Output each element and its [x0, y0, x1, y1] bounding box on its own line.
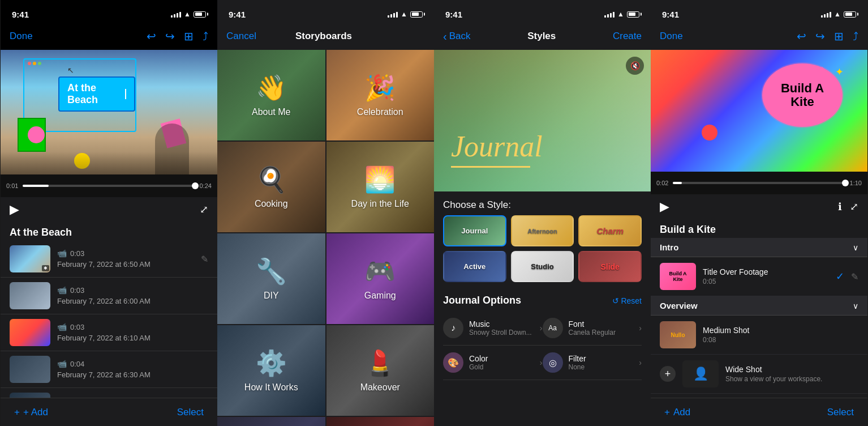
reset-button[interactable]: ↺ Reset [612, 296, 642, 305]
shot-title-over[interactable]: Build AKite Title Over Footage 0:05 ✓ ✎ [651, 257, 867, 296]
fullscreen-button-1[interactable]: ⤢ [200, 203, 208, 216]
clip-item-4[interactable]: 📹 0:04 February 7, 2022 at 6:30 AM [1, 351, 217, 388]
story-item-diy[interactable]: 🔧 DIY [217, 233, 325, 324]
clip-item-5[interactable]: 📹 0:03 [1, 388, 217, 398]
celebration-label: Celebration [357, 107, 403, 117]
fullscreen-button-4[interactable]: ⤢ [850, 201, 858, 213]
cancel-button-2[interactable]: Cancel [226, 31, 256, 42]
phone1-editor: 9:41 ▲ Done ↩ ↪ ⊞ ⤴ [1, 0, 217, 426]
gaming-icon: 🎮 [364, 257, 396, 286]
video-title-label: At the Beach [67, 82, 123, 106]
story-item-aboutme[interactable]: 👋 About Me [217, 50, 325, 140]
shot-medium-1[interactable]: Nullo Medium Shot 0:08 [651, 316, 867, 355]
redo-button-4[interactable]: ↪ [815, 29, 825, 43]
share-button-4[interactable]: ⤴ [853, 30, 858, 43]
color-icon: 🎨 [443, 352, 463, 373]
wide-shot-label: Wide Shot [725, 365, 858, 374]
option-color[interactable]: 🎨 Color Gold › [443, 346, 543, 380]
style-thumb-afternoon[interactable]: Afternoon [511, 215, 574, 246]
kite-video-preview: Build AKite ✦ [651, 50, 867, 172]
done-button-4[interactable]: Done [660, 31, 683, 42]
undo-button[interactable]: ↩ [147, 29, 156, 43]
add-button-4[interactable]: + Add [664, 407, 690, 418]
story-bg-celebration: 🎉 Celebration [326, 50, 435, 140]
style-thumb-studio[interactable]: Studio [511, 251, 574, 282]
story-item-qa[interactable]: ❓ Q&A [217, 417, 325, 426]
option-music[interactable]: ♪ Music Snowy Stroll Down... › [443, 311, 543, 346]
wifi-icon-4: ▲ [834, 10, 841, 18]
options-header: Journal Options ↺ Reset [434, 289, 651, 311]
clip-edit-1[interactable]: ✎ [201, 254, 208, 265]
clip-item-3[interactable]: 📹 0:03 February 7, 2022 at 6:10 AM [1, 314, 217, 351]
style-thumb-slide[interactable]: Slide [578, 251, 642, 282]
story-item-makeover[interactable]: 💄 Makeover [326, 325, 435, 416]
play-button-1[interactable]: ▶ [10, 202, 19, 217]
story-item-howitworks[interactable]: ⚙️ How It Works [217, 325, 325, 416]
nav-icons-1: ↩ ↪ ⊞ ⤴ [147, 29, 208, 43]
story-bg-gaming: 🎮 Gaming [326, 233, 435, 324]
share-button[interactable]: ⤴ [203, 30, 208, 43]
scrub-track-4[interactable] [673, 182, 845, 184]
done-button-1[interactable]: Done [10, 31, 33, 42]
back-button-3[interactable]: Back [449, 31, 471, 42]
select-button-4[interactable]: Select [827, 407, 854, 418]
add-icon-1: + [14, 407, 20, 418]
crop-button[interactable]: ⊞ [184, 29, 194, 43]
mute-button[interactable]: 🔇 [626, 57, 644, 75]
story-item-film[interactable]: 🎬 Film [326, 417, 435, 426]
story-item-gaming[interactable]: 🎮 Gaming [326, 233, 435, 324]
redo-button[interactable]: ↪ [165, 29, 175, 43]
crop-button-4[interactable]: ⊞ [834, 29, 844, 43]
story-item-dayinlife[interactable]: 🌅 Day in the Life [326, 142, 435, 232]
howitworks-icon: ⚙️ [256, 348, 287, 378]
shot-info-wide: Wide Shot Show a view of your workspace. [725, 365, 858, 383]
style-thumb-charm[interactable]: Charm [578, 215, 642, 246]
status-bar-2: 9:41 ▲ [217, 0, 434, 25]
shot-wide[interactable]: + 👤 Wide Shot Show a view of your worksp… [651, 355, 867, 394]
section-overview-header[interactable]: Overview ∨ [651, 296, 867, 316]
shot-info-title: Title Over Footage 0:05 [703, 267, 829, 286]
nav-bar-4: Done ↩ ↪ ⊞ ⤴ [651, 25, 867, 50]
section-intro-header[interactable]: Intro ∨ [651, 238, 867, 257]
shot-edit-icon[interactable]: ✎ [851, 271, 858, 282]
story-bg-makeover: 💄 Makeover [326, 325, 435, 416]
play-button-4[interactable]: ▶ [660, 199, 669, 214]
story-item-cooking[interactable]: 🍳 Cooking [217, 142, 325, 232]
story-item-celebration[interactable]: 🎉 Celebration [326, 50, 435, 140]
nav-title-3: Styles [527, 31, 556, 42]
select-button-1[interactable]: Select [177, 407, 204, 418]
filter-value: None [569, 363, 634, 371]
style-thumb-active[interactable]: Active [443, 251, 506, 282]
info-button-4[interactable]: ℹ [838, 201, 842, 213]
time-4: 9:41 [662, 10, 679, 19]
option-font[interactable]: Aa Font Canela Regular › [543, 311, 642, 346]
nav-bar-3: ‹ Back Styles Create [434, 25, 651, 50]
music-value: Snowy Stroll Down... [469, 329, 534, 336]
shot-medium-2[interactable]: + 👤 Medium Shot What makes this project … [651, 394, 867, 398]
sections-list: Intro ∨ Build AKite Title Over Footage 0… [651, 238, 867, 398]
wide-shot-desc: Show a view of your workspace. [725, 375, 858, 383]
time-end-1: 0:24 [200, 182, 212, 189]
style-thumb-journal[interactable]: Journal [443, 215, 506, 246]
status-bar-4: 9:41 ▲ [651, 0, 867, 25]
option-filter[interactable]: ◎ Filter None › [543, 346, 642, 380]
wide-add-icon[interactable]: + [660, 366, 676, 382]
section-overview-title: Overview [660, 301, 698, 310]
back-row-3[interactable]: ‹ Back [443, 30, 470, 43]
music-icon: ♪ [443, 318, 463, 338]
makeover-icon: 💄 [364, 348, 396, 378]
scrub-track-1[interactable] [23, 185, 195, 187]
clip-item-2[interactable]: 📹 0:03 February 7, 2022 at 6:00 AM [1, 278, 217, 314]
filter-icon: ◎ [543, 352, 563, 373]
create-button-3[interactable]: Create [613, 31, 642, 42]
styles-preview: Journal 🔇 [434, 50, 651, 191]
dayinlife-icon: 🌅 [364, 165, 396, 194]
clip-item-1[interactable]: ✱ 📹 0:03 February 7, 2022 at 6:50 AM ✎ [1, 241, 217, 278]
back-chevron-icon: ‹ [443, 30, 447, 43]
diy-icon: 🔧 [256, 257, 287, 286]
timeline-scrubber-1: 0:01 0:24 [1, 174, 217, 197]
undo-button-4[interactable]: ↩ [797, 29, 806, 43]
add-button-1[interactable]: + + Add [14, 407, 48, 418]
style-label-afternoon: Afternoon [525, 225, 560, 237]
battery-icon-4 [844, 11, 856, 18]
